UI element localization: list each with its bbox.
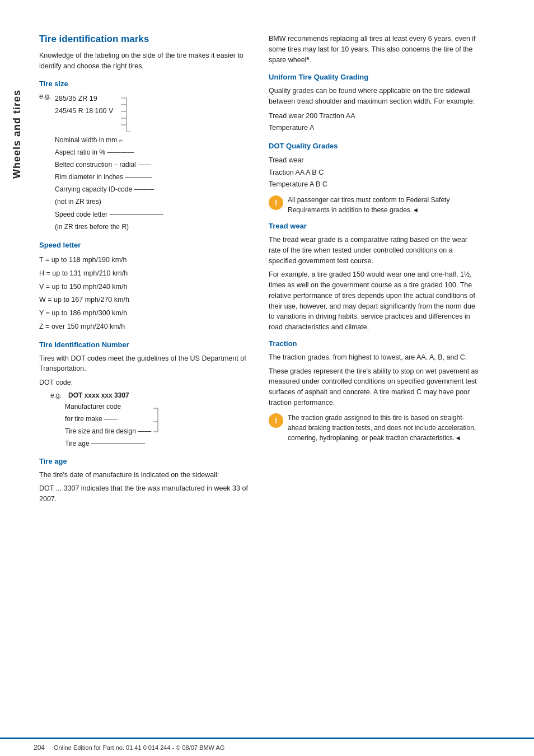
utqg-title: Uniform Tire Quality Grading — [269, 73, 481, 81]
speed-item-Y: Y = up to 186 mph/300 km/h — [39, 307, 252, 320]
sidebar: Wheels and tires — [0, 0, 34, 756]
main-content: Tire identification marks Knowledge of t… — [34, 0, 534, 756]
size-labels: Nominal width in mm ⌐ Aspect ratio in % … — [55, 134, 252, 234]
label-not-zr: (not in ZR tires) — [55, 195, 252, 208]
dot-code-text: DOT xxxx xxx 3307 — [68, 391, 129, 399]
traction-warning-text: The traction grade assigned to this tire… — [288, 413, 481, 443]
dot-label-tire-age: Tire age ———————— — [65, 437, 151, 450]
label-belted: Belted construction – radial —— — [55, 158, 252, 171]
dot-quality-block: DOT Quality Grades Tread wear Traction A… — [269, 142, 481, 215]
utqg-text: Quality grades can be found where applic… — [269, 86, 481, 107]
dot-quality-warning: ! All passenger car tires must conform t… — [269, 195, 481, 215]
speed-letter-block: T = up to 118 mph/190 km/h H = up to 131… — [39, 254, 252, 334]
utqg-ex-line1: Tread wear 200 Traction AA — [269, 110, 481, 122]
tire-age-title: Tire age — [39, 457, 252, 465]
tread-wear-text2: For example, a tire graded 150 would wea… — [269, 269, 481, 333]
dq-item-2: Temperature A B C — [269, 179, 481, 190]
footer-text: Online Edition for Part no. 01 41 0 014 … — [54, 744, 224, 751]
speed-item-V: V = up to 150 mph/240 km/h — [39, 281, 252, 294]
speed-letter-title: Speed letter — [39, 241, 252, 249]
size-numbers: 285/35 ZR 19 245/45 R 18 100 V — [55, 92, 113, 118]
traction-text2: These grades represent the tire's abilit… — [269, 366, 481, 408]
dq-item-1: Traction AA A B C — [269, 167, 481, 179]
warning-icon-1: ! — [269, 195, 283, 210]
tire-age-text1: The tire's date of manufacture is indica… — [39, 470, 252, 480]
tread-wear-block: Tread wear The tread wear grade is a com… — [269, 222, 481, 333]
tire-age-block: The tire's date of manufacture is indica… — [39, 470, 252, 505]
dot-quality-list: Tread wear Traction AA A B C Temperature… — [269, 155, 481, 190]
dot-label-for-make: for tire make —— — [65, 413, 151, 425]
traction-title: Traction — [269, 339, 481, 348]
dq-item-0: Tread wear — [269, 155, 481, 166]
right-column: BMW recommends replacing all tires at le… — [269, 34, 481, 734]
tin-title: Tire Identification Number — [39, 340, 252, 349]
footer: 204 Online Edition for Part no. 01 41 0 … — [0, 738, 534, 756]
page-container: Wheels and tires Tire identification mar… — [0, 0, 534, 756]
tread-wear-text1: The tread wear grade is a comparative ra… — [269, 235, 481, 266]
dot-diagram: e.g. DOT xxxx xxx 3307 Manufacturer code… — [50, 391, 252, 450]
left-intro: Knowledge of the labeling on the side of… — [39, 50, 252, 72]
size-bracket-svg — [121, 94, 131, 132]
dot-code-label: DOT code: — [39, 377, 252, 388]
utqg-ex-line2: Temperature A — [269, 122, 481, 134]
dot-label-manufacturer: Manufacturer code — [65, 400, 151, 413]
left-column: Tire identification marks Knowledge of t… — [39, 34, 252, 734]
traction-text1: The traction grades, from highest to low… — [269, 352, 481, 363]
dot-quality-title: DOT Quality Grades — [269, 142, 481, 150]
dot-bracket-svg — [153, 402, 162, 441]
size-line1: 285/35 ZR 19 — [55, 92, 113, 105]
speed-item-W: W = up to 167 mph/270 km/h — [39, 293, 252, 307]
label-carrying: Carrying capacity ID-code ——— — [55, 183, 252, 195]
speed-item-T: T = up to 118 mph/190 km/h — [39, 254, 252, 267]
tin-intro: Tires with DOT codes meet the guidelines… — [39, 353, 252, 375]
page-title: Tire identification marks — [39, 34, 252, 45]
traction-block: Traction The traction grades, from highe… — [269, 339, 481, 443]
size-line2: 245/45 R 18 100 V — [55, 105, 113, 118]
right-intro: BMW recommends replacing all tires at le… — [269, 34, 481, 65]
label-speed-code: Speed code letter ———————— — [55, 208, 252, 221]
dot-label-tire-size: Tire size and tire design —— — [65, 425, 151, 437]
label-aspect-ratio: Aspect ratio in % ———— — [55, 146, 252, 158]
label-in-zr: (in ZR tires before the R) — [55, 221, 252, 233]
sidebar-label: Wheels and tires — [11, 90, 23, 179]
size-example: e.g. 285/35 ZR 19 245/45 R 18 100 V — [39, 92, 252, 132]
footer-page: 204 — [34, 744, 45, 752]
speed-list: T = up to 118 mph/190 km/h H = up to 131… — [39, 254, 252, 334]
utqg-example: Tread wear 200 Traction AA Temperature A — [269, 110, 481, 134]
eg-label: e.g. — [39, 92, 55, 100]
tin-block: Tires with DOT codes meet the guidelines… — [39, 353, 252, 450]
label-nominal-width: Nominal width in mm ⌐ — [55, 134, 252, 146]
speed-item-Z: Z = over 150 mph/240 km/h — [39, 320, 252, 334]
tire-size-block: e.g. 285/35 ZR 19 245/45 R 18 100 V — [39, 92, 252, 234]
dot-labels: Manufacturer code for tire make —— Tire … — [65, 400, 151, 450]
tire-size-title: Tire size — [39, 80, 252, 88]
tire-age-text2: DOT ... 3307 indicates that the tire was… — [39, 483, 252, 505]
dot-quality-warning-text: All passenger car tires must conform to … — [288, 195, 481, 215]
label-rim-diameter: Rim diameter in inches ———— — [55, 171, 252, 183]
dot-structure: Manufacturer code for tire make —— Tire … — [65, 400, 252, 450]
asterisk: * — [306, 56, 309, 64]
dot-eg-label: e.g. — [50, 391, 65, 399]
utqg-section: Uniform Tire Quality Grading Quality gra… — [269, 73, 481, 134]
warning-icon-2: ! — [269, 413, 283, 428]
speed-item-H: H = up to 131 mph/210 km/h — [39, 267, 252, 281]
traction-warning: ! The traction grade assigned to this ti… — [269, 413, 481, 443]
tread-wear-title: Tread wear — [269, 222, 481, 230]
